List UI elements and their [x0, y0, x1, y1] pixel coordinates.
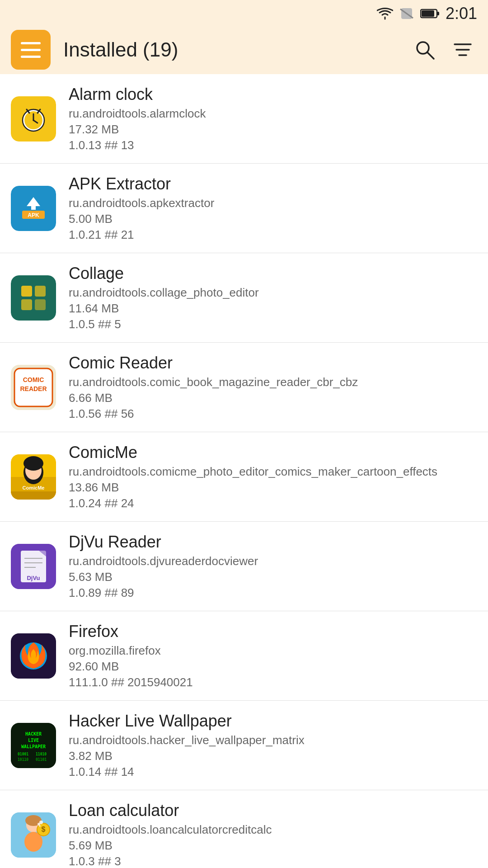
svg-point-60: [39, 821, 43, 824]
menu-button[interactable]: [11, 30, 51, 70]
app-package: ru.androidtools.comic_book_magazine_read…: [69, 375, 477, 389]
app-version: 1.0.89 ## 89: [69, 586, 477, 600]
svg-text:READER: READER: [20, 385, 47, 392]
hacker-live-wallpaper-icon: HACKER LIVE WALLPAPER 01001 11010 10110 …: [11, 723, 56, 768]
app-info-comicme: ComicMe ru.androidtools.comicme_photo_ed…: [69, 443, 477, 510]
svg-point-34: [23, 456, 43, 471]
svg-text:APK: APK: [28, 212, 39, 218]
app-size: 92.60 MB: [69, 660, 477, 674]
app-package: ru.androidtools.djvureaderdocviewer: [69, 554, 477, 568]
svg-text:$: $: [42, 826, 46, 833]
app-version: 1.0.24 ## 24: [69, 496, 477, 510]
page-title: Installed (19): [60, 38, 401, 61]
svg-rect-23: [21, 299, 32, 310]
svg-text:01101: 01101: [36, 758, 47, 762]
app-icon-loan-calculator: $: [11, 812, 56, 858]
svg-rect-4: [422, 10, 434, 17]
svg-text:COMIC: COMIC: [23, 376, 44, 383]
app-size: 3.82 MB: [69, 749, 477, 763]
djvu-reader-icon: DjVu: [11, 544, 56, 589]
app-info-alarm-clock: Alarm clock ru.androidtools.alarmclock 1…: [69, 85, 477, 152]
app-version: 1.0.13 ## 13: [69, 138, 477, 152]
svg-text:11010: 11010: [36, 752, 47, 756]
list-item[interactable]: $ Loan calculator ru.androidtools.loanca…: [0, 790, 488, 868]
svg-text:10110: 10110: [18, 758, 28, 762]
search-icon: [414, 39, 436, 61]
svg-point-61: [39, 825, 41, 827]
menu-bar-3: [21, 56, 41, 58]
app-name: Comic Reader: [69, 354, 477, 373]
app-version: 111.1.0 ## 2015940021: [69, 675, 477, 689]
app-size: 5.00 MB: [69, 212, 477, 226]
app-package: ru.androidtools.comicme_photo_editor_com…: [69, 465, 477, 479]
app-package: ru.androidtools.hacker_live_wallpaper_ma…: [69, 733, 477, 747]
list-item[interactable]: Collage ru.androidtools.collage_photo_ed…: [0, 253, 488, 343]
apk-extractor-icon: APK: [11, 186, 56, 231]
list-item[interactable]: Alarm clock ru.androidtools.alarmclock 1…: [0, 74, 488, 164]
app-version: 1.0.14 ## 14: [69, 765, 477, 779]
app-package: ru.androidtools.apkextractor: [69, 196, 477, 210]
svg-rect-22: [35, 286, 46, 297]
app-name: Firefox: [69, 622, 477, 641]
app-package: org.mozilla.firefox: [69, 644, 477, 658]
svg-text:ComicMe: ComicMe: [23, 485, 45, 491]
app-icon-comicme: ComicMe: [11, 454, 56, 500]
list-item[interactable]: ComicMe ComicMe ru.androidtools.comicme_…: [0, 432, 488, 522]
loan-calculator-icon: $: [11, 812, 56, 858]
app-icon-firefox: [11, 633, 56, 679]
filter-icon: [452, 39, 474, 61]
alarm-clock-icon: [11, 96, 56, 142]
top-bar: Installed (19): [0, 27, 488, 72]
app-version: 1.0.21 ## 21: [69, 228, 477, 242]
svg-rect-31: [11, 491, 56, 500]
app-info-djvu-reader: DjVu Reader ru.androidtools.djvureaderdo…: [69, 533, 477, 600]
status-time: 2:01: [446, 4, 477, 23]
menu-bar-2: [21, 49, 41, 51]
list-item[interactable]: HACKER LIVE WALLPAPER 01001 11010 10110 …: [0, 701, 488, 790]
status-bar: 2:01: [0, 0, 488, 27]
app-list: Alarm clock ru.androidtools.alarmclock 1…: [0, 74, 488, 868]
app-size: 6.66 MB: [69, 391, 477, 405]
svg-rect-21: [21, 286, 32, 297]
comicme-icon: ComicMe: [11, 454, 56, 500]
app-size: 5.69 MB: [69, 839, 477, 853]
collage-icon: [11, 275, 56, 321]
list-item[interactable]: APK APK Extractor ru.androidtools.apkext…: [0, 164, 488, 253]
app-name: APK Extractor: [69, 175, 477, 193]
list-item[interactable]: Firefox org.mozilla.firefox 92.60 MB 111…: [0, 611, 488, 701]
app-info-collage: Collage ru.androidtools.collage_photo_ed…: [69, 264, 477, 331]
firefox-icon: [11, 633, 56, 679]
app-name: Hacker Live Wallpaper: [69, 712, 477, 731]
svg-text:WALLPAPER: WALLPAPER: [21, 744, 46, 749]
app-package: ru.androidtools.loancalculatorcreditcalc: [69, 823, 477, 837]
search-button[interactable]: [410, 35, 439, 64]
app-name: Loan calculator: [69, 801, 477, 820]
battery-icon: [420, 7, 440, 20]
comic-reader-icon: COMIC READER: [11, 365, 56, 410]
app-info-firefox: Firefox org.mozilla.firefox 92.60 MB 111…: [69, 622, 477, 689]
app-size: 5.63 MB: [69, 570, 477, 584]
app-info-hacker-live-wallpaper: Hacker Live Wallpaper ru.androidtools.ha…: [69, 712, 477, 779]
app-package: ru.androidtools.alarmclock: [69, 107, 477, 121]
svg-text:DjVu: DjVu: [27, 575, 40, 581]
menu-bar-1: [21, 42, 41, 44]
list-item[interactable]: DjVu DjVu Reader ru.androidtools.djvurea…: [0, 522, 488, 611]
filter-button[interactable]: [448, 35, 477, 64]
list-item[interactable]: COMIC READER Comic Reader ru.androidtool…: [0, 343, 488, 432]
app-info-comic-reader: Comic Reader ru.androidtools.comic_book_…: [69, 354, 477, 421]
wifi-icon: [377, 7, 393, 20]
app-name: Alarm clock: [69, 85, 477, 104]
svg-text:HACKER: HACKER: [25, 731, 42, 736]
app-size: 13.86 MB: [69, 481, 477, 495]
app-version: 1.0.5 ## 5: [69, 317, 477, 331]
app-icon-comic-reader: COMIC READER: [11, 365, 56, 410]
app-icon-djvu-reader: DjVu: [11, 544, 56, 589]
svg-rect-3: [437, 12, 439, 15]
app-name: DjVu Reader: [69, 533, 477, 552]
app-version: 1.0.56 ## 56: [69, 407, 477, 421]
app-info-apk-extractor: APK Extractor ru.androidtools.apkextract…: [69, 175, 477, 242]
svg-line-6: [427, 52, 434, 59]
app-icon-hacker-live-wallpaper: HACKER LIVE WALLPAPER 01001 11010 10110 …: [11, 723, 56, 768]
app-version: 1.0.3 ## 3: [69, 854, 477, 868]
app-size: 11.64 MB: [69, 302, 477, 316]
